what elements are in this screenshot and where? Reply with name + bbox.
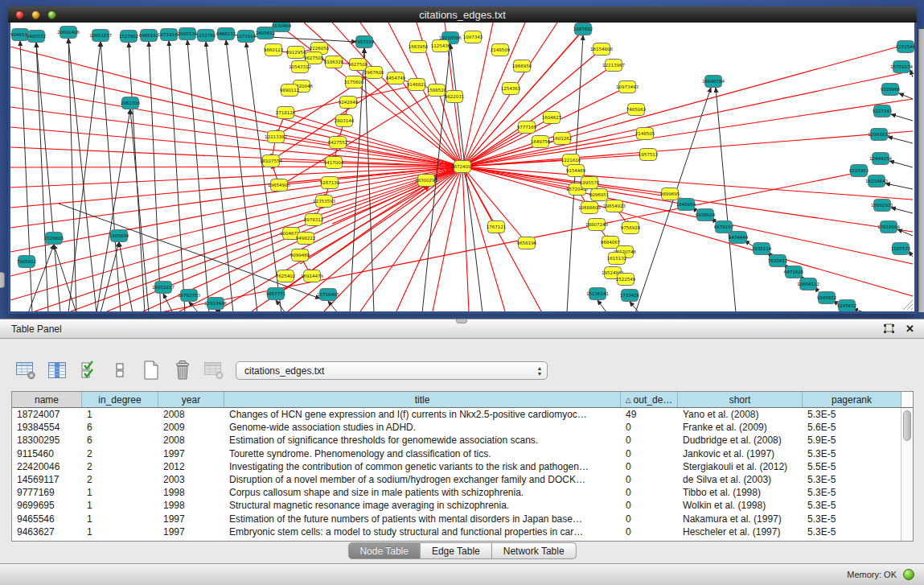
graph-node[interactable]: 1604627 [542,112,562,124]
graph-node[interactable]: 7905812 [17,256,37,268]
table-cell[interactable]: Tibbo et al. (1998) [678,486,803,499]
table-cell[interactable]: Nakamura et al. (1997) [678,513,803,525]
table-cell[interactable]: 0 [621,513,678,525]
graph-node[interactable]: 1187533 [891,243,911,255]
graph-node[interactable]: 2935114 [752,243,772,255]
table-cell[interactable]: 1 [82,513,158,525]
table-cell[interactable]: 14569117 [12,473,82,486]
table-cell[interactable]: 1997 [158,513,224,525]
table-cell[interactable]: 18300295 [12,434,82,447]
graph-node[interactable]: 2522549 [616,274,636,286]
graph-node[interactable]: 9227343 [873,105,893,117]
graph-node[interactable]: 1254363 [501,83,521,95]
table-cell[interactable]: 1998 [158,499,224,512]
table-cell[interactable]: 5.6E-5 [803,421,901,434]
tab-node-table[interactable]: Node Table [347,542,421,559]
graph-node[interactable]: 1649756 [531,136,551,148]
table-cell[interactable]: 22420046 [12,460,82,473]
table-cell[interactable]: 6 [82,421,158,434]
table-cell[interactable]: Disruption of a novel member of a sodium… [224,473,621,486]
graph-node[interactable]: 1957513 [639,149,659,161]
graph-node[interactable]: 9242848 [339,97,359,109]
graph-node[interactable]: 1125436 [431,40,451,52]
graph-node[interactable]: 1733426 [620,290,640,302]
table-cell[interactable]: 2 [82,447,158,460]
graph-node[interactable]: 10973493 [616,81,639,93]
graph-node[interactable]: 1527602 [119,31,139,43]
graph-node[interactable]: 1615132 [607,253,627,265]
graph-node[interactable]: 9245632 [837,300,857,312]
table-row[interactable]: 1938455462009Genome-wide association stu… [12,421,913,434]
table-cell[interactable]: 2 [82,473,158,486]
close-panel-icon[interactable]: ✕ [906,323,914,335]
table-cell[interactable]: 0 [621,499,678,512]
table-cell[interactable]: Yano et al. (2008) [678,408,803,421]
graph-node[interactable]: 8096951 [589,189,610,201]
table-cell[interactable]: Stergiakouli et al. (2012) [678,460,803,473]
table-cell[interactable]: Dudbridge et al. (2008) [678,434,803,447]
table-row[interactable]: 2242004622012Investigating the contribut… [12,460,913,473]
table-cell[interactable]: 1997 [158,525,224,538]
table-cell[interactable]: Genome-wide association studies in ADHD. [224,421,621,434]
table-cell[interactable]: Hescheler et al. (1997) [678,525,803,538]
table-cell[interactable]: 0 [621,421,678,434]
graph-node[interactable]: 6466132 [216,28,236,40]
graph-node[interactable]: 8978312 [304,214,324,226]
graph-node[interactable]: 9329966 [881,84,901,96]
graph-node[interactable]: 10654112 [797,278,819,290]
table-row[interactable]: 946554611997Estimation of the future num… [12,513,913,525]
select-columns-icon[interactable] [77,360,100,381]
table-cell[interactable]: Franke et al. (2009) [678,421,803,434]
graph-node[interactable]: 7625402 [276,270,296,282]
table-cell[interactable]: Jankovic et al. (1997) [678,447,803,460]
graph-node[interactable]: 6466162 [139,30,159,42]
table-row[interactable]: 946362711997Embryonic stem cells: a mode… [12,525,913,538]
table-cell[interactable]: 1 [82,486,158,499]
graph-node[interactable]: 1905834 [109,230,129,242]
graph-node[interactable]: 6471626 [784,266,804,278]
graph-node[interactable]: 15692931 [871,200,893,212]
row-height-icon[interactable] [109,360,131,381]
table-cell[interactable]: 5.3E-5 [803,513,901,525]
graph-node[interactable]: 9498222 [296,233,316,245]
graph-node[interactable]: 8454749 [386,72,406,84]
network-graph[interactable]: 9046131240557220691406106532571527602646… [10,23,914,311]
graph-node[interactable]: 9822031 [445,91,465,103]
table-cell[interactable]: 5.3E-5 [803,473,901,486]
graph-node[interactable]: 16210643 [865,175,888,187]
graph-node[interactable]: 12093832 [868,129,890,141]
table-cell[interactable]: 5.3E-5 [803,499,901,512]
table-cell[interactable]: 19384554 [12,421,82,434]
graph-node[interactable]: 15136141 [586,288,609,300]
graph-node[interactable]: 1640954 [676,199,696,211]
graph-node[interactable]: 9857771 [266,288,286,300]
graph-node[interactable]: 9474444 [729,232,749,244]
memory-status-indicator[interactable] [903,569,914,580]
graph-node[interactable]: 1152544 [896,41,914,53]
table-row[interactable]: 1830029562008Estimation of significance … [12,434,913,447]
table-cell[interactable]: 1 [82,408,158,421]
splitter-notch[interactable] [456,319,467,323]
table-cell[interactable]: Structural magnetic resonance image aver… [224,499,621,512]
graph-node[interactable]: 16154808 [590,43,613,56]
table-cell[interactable]: 2008 [158,434,224,447]
column-header-short[interactable]: short [678,392,803,407]
graph-node[interactable]: 9658196 [517,237,537,249]
table-selector-dropdown[interactable]: citations_edges.txt ▲▼ [236,361,548,380]
table-cell[interactable]: 18724007 [12,408,82,421]
table-cell[interactable]: 0 [621,525,678,538]
table-cell[interactable]: 1 [82,525,158,538]
table-cell[interactable]: 9699695 [12,499,82,512]
graph-node[interactable]: 12353593 [313,196,335,208]
graph-node[interactable]: 2905534 [178,28,198,40]
column-header-out_de[interactable]: △out_de… [621,392,678,407]
table-cell[interactable]: 5.3E-5 [803,408,901,421]
table-cell[interactable]: 5.3E-5 [803,447,901,460]
column-header-name[interactable]: name [12,392,82,407]
table-cell[interactable]: Investigating the contribution of common… [224,460,621,473]
graph-node[interactable]: 8938924 [696,209,716,221]
graph-node[interactable]: 1152760 [196,30,216,42]
table-cell[interactable]: 1997 [158,447,224,460]
table-cell[interactable]: 2008 [158,408,224,421]
graph-node[interactable]: 2526605 [44,233,64,245]
